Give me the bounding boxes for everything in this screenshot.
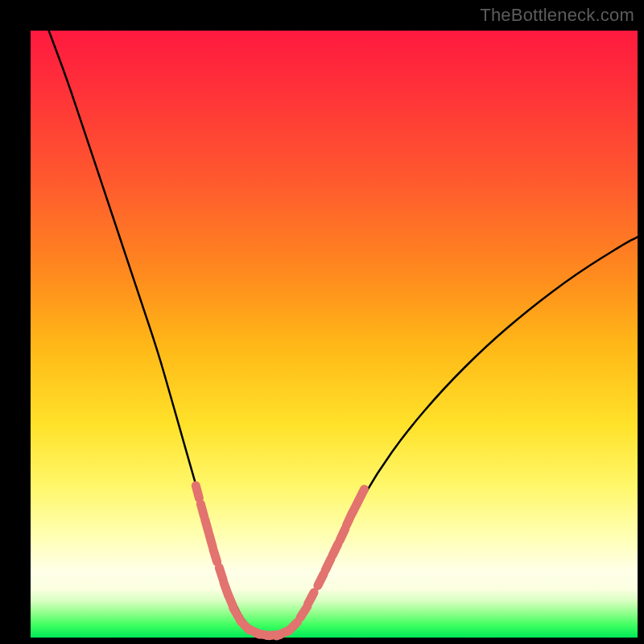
marker-dash bbox=[205, 519, 208, 531]
marker-dash bbox=[318, 574, 324, 585]
highlight-markers bbox=[196, 485, 364, 636]
marker-dash bbox=[300, 607, 308, 618]
marker-dash bbox=[196, 485, 199, 498]
curve-path bbox=[49, 31, 638, 636]
marker-dash bbox=[308, 592, 315, 604]
plot-area bbox=[31, 31, 638, 638]
marker-dash bbox=[213, 550, 217, 562]
marker-dash bbox=[200, 504, 204, 517]
watermark-text: TheBottleneck.com bbox=[480, 5, 634, 26]
bottleneck-curve bbox=[49, 31, 638, 636]
marker-dash bbox=[209, 535, 213, 547]
marker-dash bbox=[219, 568, 223, 580]
marker-dash bbox=[288, 622, 297, 631]
marker-dash bbox=[325, 559, 331, 570]
curve-svg bbox=[31, 31, 638, 638]
marker-dash bbox=[340, 529, 345, 541]
marker-dash bbox=[358, 489, 364, 501]
marker-dash bbox=[332, 544, 338, 555]
outer-frame: TheBottleneck.com bbox=[0, 0, 644, 644]
